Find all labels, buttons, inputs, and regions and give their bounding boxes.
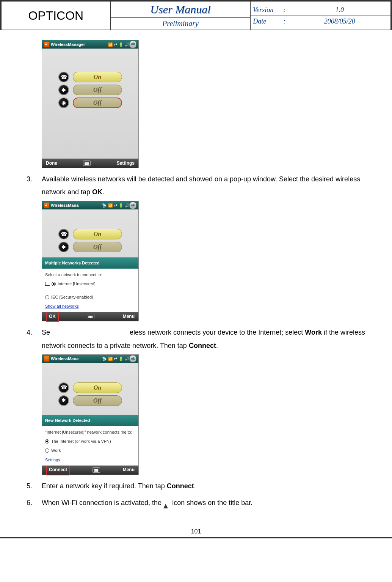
volume-icon: 🔊 — [125, 355, 129, 362]
app-title: WirelessMana — [51, 355, 102, 363]
step-text: Se eless network connects your device to… — [42, 326, 365, 352]
done-button[interactable]: Done — [46, 159, 57, 168]
settings-link[interactable]: Settings — [45, 456, 135, 464]
step-number: 4. — [27, 326, 42, 352]
windows-start-icon — [44, 42, 49, 47]
wifi-status-icon: 📡 — [102, 202, 107, 209]
radio-unselected-icon — [45, 295, 49, 299]
phone-icon: ☎ — [58, 72, 69, 82]
popup-prompt: "Internet [Unsecured]" network connects … — [45, 428, 135, 436]
app-title: WirelessMana — [51, 201, 102, 209]
wifi-connected-icon — [163, 500, 170, 506]
step-5: 5. Enter a network key if required. Then… — [27, 480, 365, 492]
app-bottombar: OK ⌨ Menu — [42, 312, 138, 321]
bluetooth-toggle-row[interactable]: ✱ Off — [56, 395, 124, 406]
popup-title: Multiple Networks Detected — [42, 258, 138, 269]
ok-softkey[interactable]: OK — [46, 311, 59, 322]
keyboard-icon[interactable]: ⌨ — [93, 467, 100, 473]
windows-start-icon — [44, 203, 49, 208]
bluetooth-toggle-row[interactable]: ✱ Off — [56, 242, 124, 252]
status-icons: 📡 📶 ⇄ 🔋 🔊 — [102, 355, 129, 362]
phone-icon: ☎ — [58, 382, 69, 393]
connect-softkey[interactable]: Connect — [46, 464, 70, 475]
phone-state: On — [73, 229, 122, 239]
app-titlebar: WirelessManager 📶 ⇄ 🔋 🔊 ok — [42, 40, 138, 49]
step-number: 5. — [27, 480, 42, 492]
bluetooth-state: Off — [73, 242, 122, 252]
step-text: Available wireless networks will be dete… — [42, 173, 365, 198]
bluetooth-icon: ✱ — [58, 395, 69, 406]
step-number: 6. — [27, 496, 42, 509]
phone-toggle-row[interactable]: ☎ On — [56, 229, 124, 239]
version-row: Version : 1.0 — [251, 5, 390, 16]
network-option-internet[interactable]: Internet [Unsecured] — [45, 280, 135, 288]
signal-icon: 📶 — [108, 41, 113, 48]
keyboard-icon[interactable]: ⌨ — [83, 160, 91, 166]
bluetooth-icon: ✱ — [58, 242, 69, 252]
app-bottombar: Connect ⌨ Menu — [42, 466, 138, 475]
settings-button[interactable]: Settings — [117, 159, 135, 168]
sync-icon: ⇄ — [114, 355, 117, 362]
phone-toggle-row[interactable]: ☎ On — [56, 72, 124, 82]
network-option-iec[interactable]: IEC [Security-enabled] — [45, 293, 135, 301]
version-value: 1.0 — [291, 6, 388, 14]
new-network-popup: New Network Detected "Internet [Unsecure… — [42, 415, 138, 465]
app-title: WirelessManager — [51, 41, 108, 49]
phone-state: On — [73, 382, 122, 393]
phone-toggle-row[interactable]: ☎ On — [56, 382, 124, 393]
sync-icon: ⇄ — [114, 41, 117, 48]
networks-popup: Multiple Networks Detected Select a netw… — [42, 257, 138, 312]
manual-subtitle: Preliminary — [111, 17, 251, 30]
ok-button[interactable]: ok — [129, 41, 136, 48]
date-label: Date — [253, 17, 283, 25]
screenshot-new-network: WirelessMana 📡 📶 ⇄ 🔋 🔊 ok ☎ On ✱ Off New… — [42, 354, 139, 475]
signal-icon: 📶 — [108, 355, 113, 362]
menu-softkey[interactable]: Menu — [123, 312, 135, 321]
menu-softkey[interactable]: Menu — [123, 466, 135, 474]
brand-name: OPTICON — [2, 2, 111, 30]
step-3: 3. Available wireless networks will be d… — [27, 173, 365, 198]
battery-icon: 🔋 — [119, 41, 123, 48]
app-bottombar: Done ⌨ Settings — [42, 159, 138, 168]
date-value: 2008/05/20 — [291, 17, 388, 25]
page-number: 101 — [0, 521, 392, 537]
ok-button[interactable]: ok — [129, 355, 136, 362]
volume-icon: 🔊 — [125, 41, 129, 48]
version-label: Version — [253, 6, 283, 14]
app-titlebar: WirelessMana 📡 📶 ⇄ 🔋 🔊 ok — [42, 201, 138, 209]
screenshot-multiple-networks: WirelessMana 📡 📶 ⇄ 🔋 🔊 ok ☎ On ✱ Off Mul… — [42, 201, 139, 321]
sync-icon: ⇄ — [114, 202, 117, 209]
wifi-status-icon: 📡 — [102, 355, 107, 362]
battery-icon: 🔋 — [119, 355, 123, 362]
show-all-link[interactable]: Show all networks — [45, 302, 135, 310]
option-label: The Internet (or work via a VPN) — [51, 437, 111, 445]
document-header: OPTICON User Manual Preliminary Version … — [1, 1, 391, 30]
radio-selected-icon — [52, 282, 56, 286]
step-number: 3. — [27, 173, 42, 198]
bluetooth-state: Off — [73, 85, 122, 95]
battery-icon: 🔋 — [119, 202, 123, 209]
network-name: Internet [Unsecured] — [58, 280, 96, 288]
keyboard-icon[interactable]: ⌨ — [87, 314, 94, 319]
step-6: 6. When Wi-Fi connection is activated, t… — [27, 496, 365, 509]
bluetooth-toggle-row[interactable]: ✱ Off — [56, 85, 124, 95]
phone-state: On — [73, 72, 122, 82]
windows-start-icon — [44, 356, 49, 362]
bluetooth-icon: ✱ — [58, 85, 69, 95]
screenshot-wireless-off: WirelessManager 📶 ⇄ 🔋 🔊 ok ☎ On ✱ Off ◉ … — [42, 40, 139, 168]
option-internet[interactable]: The Internet (or work via a VPN) — [45, 437, 135, 445]
step-4: 4. Se eless network connects your device… — [27, 326, 365, 352]
network-name: IEC [Security-enabled] — [51, 293, 93, 301]
option-work[interactable]: Work — [45, 447, 135, 455]
step-text: When Wi-Fi connection is activated, the … — [42, 496, 365, 509]
app-titlebar: WirelessMana 📡 📶 ⇄ 🔋 🔊 ok — [42, 355, 138, 363]
wifi-toggle-row[interactable]: ◉ Off — [56, 98, 124, 108]
step-text: Enter a network key if required. Then ta… — [42, 480, 365, 492]
signal-strength-icon — [45, 282, 50, 286]
ok-button[interactable]: ok — [129, 202, 136, 209]
radio-unselected-icon — [45, 448, 49, 453]
date-row: Date : 2008/05/20 — [251, 16, 390, 27]
status-icons: 📡 📶 ⇄ 🔋 🔊 — [102, 202, 129, 209]
phone-icon: ☎ — [58, 229, 69, 239]
option-label: Work — [51, 447, 61, 455]
